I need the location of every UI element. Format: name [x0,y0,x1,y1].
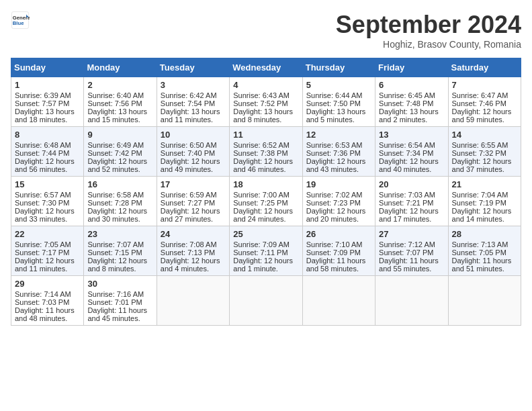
calendar-cell [230,276,302,326]
day-number: 5 [306,80,371,90]
day-info: Daylight: 12 hours and 43 minutes. [306,157,371,173]
day-info: Daylight: 11 hours and 48 minutes. [15,306,80,322]
day-info: Daylight: 12 hours and 1 minute. [233,257,298,273]
day-number: 8 [15,130,80,140]
day-header-thursday: Thursday [302,58,375,77]
day-info: Sunset: 7:05 PM [452,248,517,257]
day-number: 4 [233,80,298,90]
day-header-friday: Friday [375,58,448,77]
calendar-cell: 8Sunrise: 6:48 AMSunset: 7:44 PMDaylight… [11,127,84,177]
day-info: Sunrise: 7:07 AM [87,240,152,248]
calendar-cell: 7Sunrise: 6:47 AMSunset: 7:46 PMDaylight… [448,77,521,127]
day-number: 23 [87,229,152,239]
calendar-cell: 30Sunrise: 7:16 AMSunset: 7:01 PMDayligh… [84,276,157,326]
logo-icon: General Blue [11,11,30,30]
day-info: Sunset: 7:57 PM [15,99,80,107]
calendar-cell [302,276,375,326]
day-info: Daylight: 12 hours and 24 minutes. [233,207,298,223]
calendar-cell: 2Sunrise: 6:40 AMSunset: 7:56 PMDaylight… [84,77,157,127]
day-number: 21 [452,179,517,189]
day-info: Sunrise: 6:59 AM [161,191,226,199]
title-area: September 2024 Hoghiz, Brasov County, Ro… [336,11,521,50]
day-info: Sunset: 7:34 PM [379,149,444,157]
day-info: Daylight: 13 hours and 11 minutes. [161,107,226,124]
day-info: Sunset: 7:28 PM [87,199,152,207]
day-info: Sunset: 7:44 PM [15,149,80,157]
day-info: Daylight: 12 hours and 56 minutes. [15,157,80,173]
day-info: Sunrise: 6:57 AM [15,191,80,199]
calendar-cell: 1Sunrise: 6:39 AMSunset: 7:57 PMDaylight… [11,77,84,127]
week-row-5: 29Sunrise: 7:14 AMSunset: 7:03 PMDayligh… [11,276,521,326]
day-info: Daylight: 12 hours and 8 minutes. [87,257,152,273]
day-info: Sunset: 7:38 PM [233,149,298,157]
day-info: Daylight: 11 hours and 55 minutes. [379,257,444,273]
day-info: Sunrise: 6:54 AM [379,141,444,149]
calendar-cell [448,276,521,326]
calendar-cell: 25Sunrise: 7:09 AMSunset: 7:11 PMDayligh… [230,226,302,276]
week-row-1: 1Sunrise: 6:39 AMSunset: 7:57 PMDaylight… [11,77,521,127]
day-number: 28 [452,229,517,239]
calendar-cell: 14Sunrise: 6:55 AMSunset: 7:32 PMDayligh… [448,127,521,177]
day-info: Daylight: 12 hours and 46 minutes. [233,157,298,173]
day-number: 15 [15,179,80,189]
day-number: 9 [87,130,152,140]
day-number: 3 [161,80,226,90]
calendar-cell: 16Sunrise: 6:58 AMSunset: 7:28 PMDayligh… [84,177,157,226]
day-info: Daylight: 12 hours and 33 minutes. [15,207,80,223]
calendar-cell: 10Sunrise: 6:50 AMSunset: 7:40 PMDayligh… [157,127,229,177]
day-info: Sunset: 7:52 PM [233,99,298,107]
day-number: 27 [379,229,444,239]
svg-text:Blue: Blue [13,20,24,26]
day-info: Daylight: 12 hours and 20 minutes. [306,207,371,223]
day-number: 16 [87,179,152,189]
calendar-cell: 23Sunrise: 7:07 AMSunset: 7:15 PMDayligh… [84,226,157,276]
day-info: Sunrise: 7:09 AM [233,240,298,248]
calendar-cell: 26Sunrise: 7:10 AMSunset: 7:09 PMDayligh… [302,226,375,276]
day-info: Daylight: 13 hours and 2 minutes. [379,107,444,124]
day-number: 17 [161,179,226,189]
day-info: Sunrise: 7:05 AM [15,240,80,248]
day-info: Sunset: 7:21 PM [379,199,444,207]
calendar-cell: 22Sunrise: 7:05 AMSunset: 7:17 PMDayligh… [11,226,84,276]
week-row-4: 22Sunrise: 7:05 AMSunset: 7:17 PMDayligh… [11,226,521,276]
day-number: 25 [233,229,298,239]
day-info: Daylight: 12 hours and 11 minutes. [15,257,80,273]
day-info: Sunrise: 7:10 AM [306,240,371,248]
calendar-cell: 6Sunrise: 6:45 AMSunset: 7:48 PMDaylight… [375,77,448,127]
day-number: 13 [379,130,444,140]
day-info: Sunset: 7:23 PM [306,199,371,207]
day-info: Daylight: 12 hours and 59 minutes. [452,107,517,124]
calendar-cell: 18Sunrise: 7:00 AMSunset: 7:25 PMDayligh… [230,177,302,226]
week-row-3: 15Sunrise: 6:57 AMSunset: 7:30 PMDayligh… [11,177,521,226]
day-info: Sunset: 7:17 PM [15,248,80,257]
calendar-cell [157,276,229,326]
day-info: Sunset: 7:15 PM [87,248,152,257]
day-info: Sunset: 7:32 PM [452,149,517,157]
day-info: Daylight: 12 hours and 4 minutes. [161,257,226,273]
calendar-cell: 17Sunrise: 6:59 AMSunset: 7:27 PMDayligh… [157,177,229,226]
day-number: 24 [161,229,226,239]
day-info: Sunrise: 6:53 AM [306,141,371,149]
day-number: 7 [452,80,517,90]
day-info: Sunset: 7:54 PM [161,99,226,107]
day-info: Sunrise: 7:14 AM [15,290,80,298]
day-info: Sunrise: 6:48 AM [15,141,80,149]
day-info: Sunrise: 6:45 AM [379,91,444,99]
day-info: Daylight: 13 hours and 18 minutes. [15,107,80,124]
calendar-cell: 29Sunrise: 7:14 AMSunset: 7:03 PMDayligh… [11,276,84,326]
day-info: Sunset: 7:13 PM [161,248,226,257]
day-header-tuesday: Tuesday [157,58,229,77]
day-info: Daylight: 12 hours and 14 minutes. [452,207,517,223]
month-title: September 2024 [336,11,521,39]
day-number: 29 [15,279,80,289]
day-info: Sunrise: 6:58 AM [87,191,152,199]
day-info: Sunrise: 6:42 AM [161,91,226,99]
day-info: Sunset: 7:46 PM [452,99,517,107]
day-info: Sunrise: 7:03 AM [379,191,444,199]
day-info: Sunrise: 7:04 AM [452,191,517,199]
day-info: Daylight: 12 hours and 49 minutes. [161,157,226,173]
day-number: 11 [233,130,298,140]
calendar-cell: 4Sunrise: 6:43 AMSunset: 7:52 PMDaylight… [230,77,302,127]
day-number: 30 [87,279,152,289]
day-info: Sunrise: 7:12 AM [379,240,444,248]
